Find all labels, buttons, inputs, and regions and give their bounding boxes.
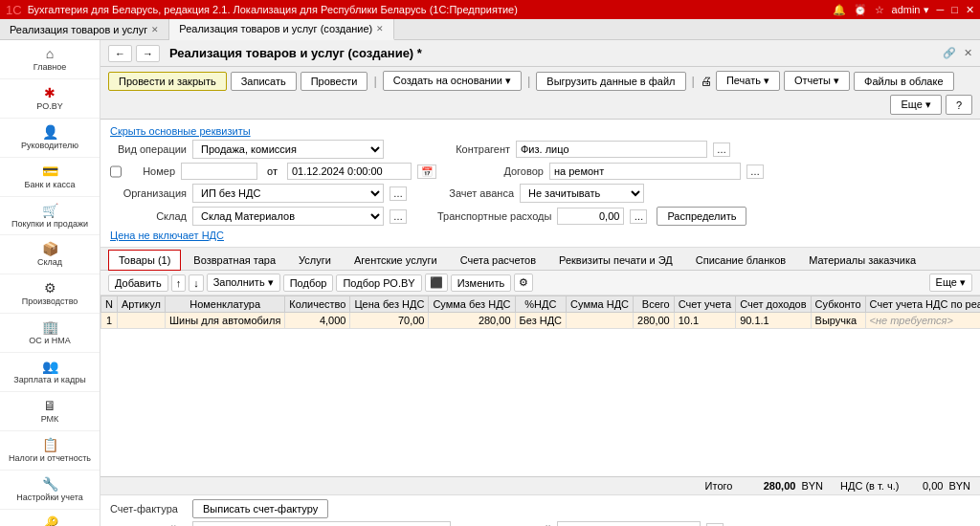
sidebar-label: Зарплата и кадры <box>13 376 85 385</box>
doc-tab-materialy[interactable]: Материалы заказчика <box>798 250 926 270</box>
cena-link[interactable]: Цена не включает НДС <box>110 230 224 241</box>
reports-button[interactable]: Отчеты ▾ <box>784 71 850 91</box>
col-header-total: Всего <box>634 296 675 313</box>
sidebar-item-osnma[interactable]: 🏢 ОС и НМА <box>0 314 100 353</box>
link-icon[interactable]: 🔗 <box>943 47 956 59</box>
sidebar-item-nalogi[interactable]: 📋 Налоги и отчетность <box>0 431 100 471</box>
key-icon: 🔑 <box>42 515 58 526</box>
add-button[interactable]: Добавить <box>108 274 168 292</box>
move-down-button[interactable]: ↓ <box>189 274 204 292</box>
hide-requisites-link[interactable]: Скрыть основные реквизиты <box>110 125 251 137</box>
user-icon[interactable]: admin ▾ <box>892 4 929 16</box>
kommentariy-input[interactable] <box>192 521 451 526</box>
sidebar-item-admin[interactable]: 🔑 Администрирование <box>0 510 100 526</box>
post-close-button[interactable]: Провести и закрыть <box>108 72 227 91</box>
star-icon: ✱ <box>44 85 56 100</box>
minus-icon[interactable]: ─ <box>937 4 945 16</box>
otvetstvennyy-edit-button[interactable]: … <box>706 523 724 527</box>
table-settings-button[interactable]: ⚙ <box>514 274 533 292</box>
esche-button[interactable]: Еще ▾ <box>929 274 972 292</box>
cell-acc: 10.1 <box>674 313 735 329</box>
create-base-button[interactable]: Создать на основании ▾ <box>383 71 522 91</box>
table-area[interactable]: N Артикул Номенклатура Количество Цена б… <box>100 296 980 476</box>
sklad-edit-button[interactable]: … <box>390 209 407 224</box>
raspredelit-button[interactable]: Распределить <box>657 207 746 226</box>
izmenit-button[interactable]: Изменить <box>451 274 512 292</box>
back-button[interactable]: ← <box>108 45 132 62</box>
doc-tab-spisanie[interactable]: Списание бланков <box>685 250 796 270</box>
kontragent-edit-button[interactable]: … <box>713 142 730 157</box>
doc-tab-vozvrat[interactable]: Возвратная тара <box>183 250 286 270</box>
sidebar-item-pokupki[interactable]: 🛒 Покупки и продажи <box>0 197 100 236</box>
sidebar-item-zarplata[interactable]: 👥 Зарплата и кадры <box>0 353 100 392</box>
date-picker-button[interactable]: 📅 <box>417 164 436 179</box>
doc-tab-rekvizity[interactable]: Реквизиты печати и ЭД <box>548 250 683 270</box>
barcode-button[interactable]: ⬛ <box>425 274 448 292</box>
date-input[interactable] <box>287 163 412 180</box>
close-icon[interactable]: ✕ <box>966 4 974 16</box>
schet-label: Счет-фактура <box>110 503 187 515</box>
sidebar-label: РО.BY <box>36 102 62 112</box>
zachet-select[interactable]: Не зачитывать <box>520 184 644 203</box>
col-header-n: N <box>101 296 118 313</box>
dogovor-label: Договор <box>467 165 544 177</box>
cloud-button[interactable]: Файлы в облаке <box>854 72 953 91</box>
cell-sub: Выручка <box>811 313 865 329</box>
sklad-select[interactable]: Склад Материалов <box>192 207 384 226</box>
clock-icon[interactable]: ⏰ <box>854 4 867 16</box>
transport-edit-button[interactable]: … <box>630 209 647 224</box>
nds-currency-label: BYN <box>948 480 970 492</box>
nds-label: НДС (в т. ч.) <box>840 480 899 492</box>
restore-icon[interactable]: □ <box>951 4 958 16</box>
sidebar-item-sklad[interactable]: 📦 Склад <box>0 235 100 274</box>
close-doc-icon[interactable]: ✕ <box>964 47 972 59</box>
org-select[interactable]: ИП без НДС <box>192 184 384 203</box>
sidebar-item-nastroiki[interactable]: 🔧 Настройки учета <box>0 471 100 510</box>
itogo-value: 280,00 <box>738 480 795 492</box>
doc-tab-tovary[interactable]: Товары (1) <box>108 250 181 271</box>
nomer-input[interactable] <box>181 163 257 180</box>
doc-tab-uslugi[interactable]: Услуги <box>288 250 342 270</box>
toolbar: Провести и закрыть Записать Провести | С… <box>100 67 980 120</box>
schet-faktura-button[interactable]: Выписать счет-фактуру <box>192 499 328 518</box>
tab-close-icon[interactable]: ✕ <box>151 25 159 34</box>
nomer-checkbox[interactable] <box>110 165 122 178</box>
print-button[interactable]: Печать ▾ <box>716 71 780 91</box>
org-edit-button[interactable]: … <box>390 186 407 201</box>
sidebar-item-glavnoe[interactable]: ⌂ Главное <box>0 40 100 79</box>
sidebar-item-roby[interactable]: ✱ РО.BY <box>0 79 100 119</box>
sidebar-item-bank[interactable]: 💳 Банк и касса <box>0 158 100 197</box>
table-row[interactable]: 1 Шины для автомобиля 4,000 70,00 280,00… <box>101 313 981 329</box>
cell-acc-doh: 90.1.1 <box>736 313 811 329</box>
fill-button[interactable]: Заполнить ▾ <box>207 274 280 292</box>
upload-button[interactable]: Выгрузить данные в файл <box>536 72 685 91</box>
transport-input[interactable] <box>557 208 624 225</box>
post-button[interactable]: Провести <box>301 72 368 91</box>
forward-button[interactable]: → <box>136 45 160 62</box>
doc-tab-scheta[interactable]: Счета расчетов <box>450 250 546 270</box>
people-icon: 👥 <box>42 359 58 374</box>
sidebar-item-rmk[interactable]: 🖥 РМК <box>0 392 100 431</box>
tab-realization-create[interactable]: Реализация товаров и услуг (создание) ✕ <box>169 19 394 40</box>
sidebar-item-proizvodstvo[interactable]: ⚙ Производство <box>0 274 100 314</box>
bell-icon[interactable]: 🔔 <box>833 4 846 16</box>
otvetstvennyy-input[interactable] <box>557 521 701 526</box>
sidebar-item-rukovoditelyu[interactable]: 👤 Руководителю <box>0 119 100 158</box>
cell-n: 1 <box>101 313 118 329</box>
form-row-org: Организация ИП без НДС … Зачет аванса Не… <box>110 184 970 203</box>
dogovor-edit-button[interactable]: … <box>746 164 764 179</box>
tab-realization-list[interactable]: Реализация товаров и услуг ✕ <box>0 19 169 40</box>
kontragent-input[interactable] <box>516 141 707 158</box>
move-up-button[interactable]: ↑ <box>171 274 187 292</box>
dogovor-input[interactable] <box>549 163 741 180</box>
doc-tab-agent[interactable]: Агентские услуги <box>344 250 448 270</box>
vid-operacii-select[interactable]: Продажа, комиссия <box>192 140 384 159</box>
table-toolbar: Добавить ↑ ↓ Заполнить ▾ Подбор Подбор Р… <box>100 271 980 296</box>
podbor-ro-button[interactable]: Подбор РО.BY <box>336 274 421 292</box>
save-button[interactable]: Записать <box>231 72 297 91</box>
podbor-button[interactable]: Подбор <box>283 274 334 292</box>
help-button[interactable]: ? <box>946 95 972 115</box>
more-button[interactable]: Еще ▾ <box>890 95 941 115</box>
tab-close-icon[interactable]: ✕ <box>376 24 384 33</box>
star-icon[interactable]: ☆ <box>875 4 884 16</box>
